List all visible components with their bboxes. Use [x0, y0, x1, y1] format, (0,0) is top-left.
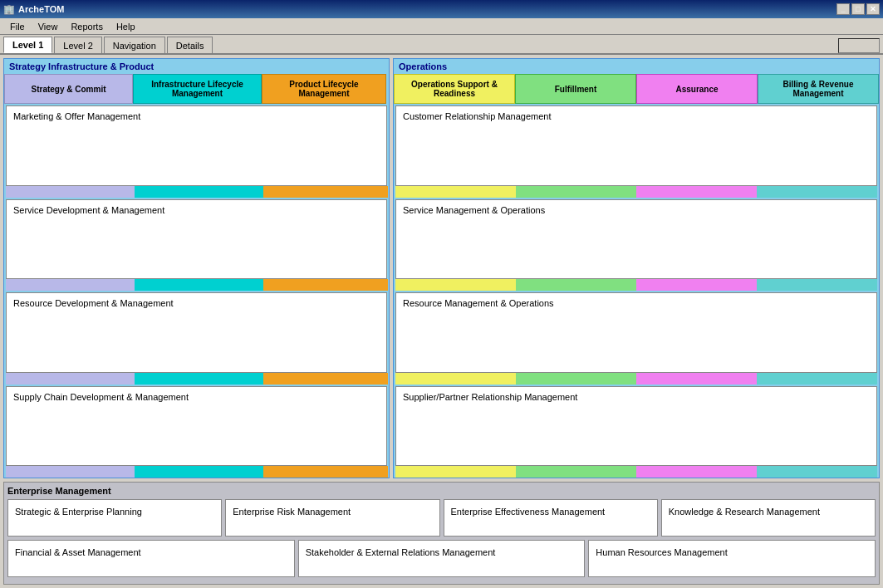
- strip-s2: [6, 279, 135, 291]
- menubar: File View Reports Help: [0, 18, 883, 35]
- bottom-box-6[interactable]: Stakeholder & External Relations Managem…: [298, 540, 586, 577]
- bottom-box-7[interactable]: Human Resources Management: [588, 540, 876, 577]
- app-icon: 🏢: [3, 4, 15, 15]
- menu-view[interactable]: View: [32, 20, 65, 33]
- bottom-box-3[interactable]: Enterprise Effectiveness Management: [444, 499, 658, 537]
- maximize-button[interactable]: □: [851, 3, 865, 15]
- strip-p1: [263, 186, 388, 198]
- left-panel-header: Strategy Infrastructure & Product: [4, 59, 389, 74]
- col-infra: Infrastructure Lifecycle Management: [133, 74, 262, 104]
- right-box-1[interactable]: Customer Relationship Management: [395, 105, 877, 186]
- right-box-4[interactable]: Supplier/Partner Relationship Management: [395, 386, 877, 467]
- strip-o1: [395, 186, 516, 198]
- left-row-2: Service Development & Management: [4, 198, 389, 292]
- left-strip-2: [6, 279, 387, 291]
- strip-p2: [263, 279, 388, 291]
- right-row-3: Resource Management & Operations: [394, 291, 879, 385]
- right-box-3[interactable]: Resource Management & Operations: [395, 292, 877, 373]
- tabbar: Level 1 Level 2 Navigation Details: [0, 35, 883, 55]
- strip-b4: [757, 466, 877, 478]
- strip-o3: [395, 373, 516, 385]
- left-strip-1: [6, 186, 387, 198]
- close-button[interactable]: ✕: [866, 3, 880, 15]
- left-row-3: Resource Development & Management: [4, 291, 389, 385]
- tab-navigation[interactable]: Navigation: [104, 37, 165, 53]
- strip-s4: [6, 466, 135, 478]
- right-col-headers: Operations Support & Readiness Fulfillme…: [394, 74, 879, 104]
- bottom-panel-header: Enterprise Management: [7, 486, 876, 496]
- menu-help[interactable]: Help: [110, 20, 142, 33]
- strip-f1: [516, 186, 636, 198]
- strip-b2: [757, 279, 877, 291]
- left-panel: Strategy Infrastructure & Product Strate…: [3, 58, 390, 478]
- strip-b3: [757, 373, 877, 385]
- bottom-box-2[interactable]: Enterprise Risk Management: [225, 499, 439, 537]
- strip-i3: [135, 373, 263, 385]
- strip-s3: [6, 373, 135, 385]
- bottom-row-2: Financial & Asset Management Stakeholder…: [7, 540, 876, 577]
- right-strip-1: [395, 186, 877, 198]
- left-box-1[interactable]: Marketing & Offer Management: [6, 105, 387, 186]
- strip-f4: [516, 466, 636, 478]
- strip-a2: [636, 279, 757, 291]
- right-row-4: Supplier/Partner Relationship Management: [394, 385, 879, 478]
- col-billing: Billing & Revenue Management: [758, 74, 879, 104]
- left-strip-4: [6, 466, 387, 478]
- minimize-button[interactable]: _: [836, 3, 850, 15]
- right-strip-3: [395, 373, 877, 385]
- bottom-row-1: Strategic & Enterprise Planning Enterpri…: [7, 499, 876, 537]
- strip-o4: [395, 466, 516, 478]
- col-product: Product Lifecycle Management: [262, 74, 386, 104]
- right-strip-2: [395, 279, 877, 291]
- strip-o2: [395, 279, 516, 291]
- col-assurance: Assurance: [636, 74, 758, 104]
- menu-reports[interactable]: Reports: [64, 20, 110, 33]
- right-panel-header: Operations: [394, 59, 879, 74]
- titlebar: 🏢 ArcheTOM _ □ ✕: [0, 0, 883, 18]
- strip-i1: [135, 186, 263, 198]
- strip-s1: [6, 186, 135, 198]
- tab-details[interactable]: Details: [167, 37, 213, 53]
- left-row-1: Marketing & Offer Management: [4, 104, 389, 198]
- left-strip-3: [6, 373, 387, 385]
- bottom-box-4[interactable]: Knowledge & Research Management: [661, 499, 876, 537]
- strip-i4: [135, 466, 263, 478]
- col-ops-support: Operations Support & Readiness: [394, 74, 515, 104]
- right-box-2[interactable]: Service Management & Operations: [395, 199, 877, 280]
- top-section: Strategy Infrastructure & Product Strate…: [3, 58, 880, 478]
- bottom-section: Enterprise Management Strategic & Enterp…: [3, 482, 880, 585]
- strip-f3: [516, 373, 636, 385]
- strip-a1: [636, 186, 757, 198]
- main-content: Strategy Infrastructure & Product Strate…: [0, 55, 883, 588]
- tab-level2[interactable]: Level 2: [54, 37, 101, 53]
- right-row-1: Customer Relationship Management: [394, 104, 879, 198]
- left-box-3[interactable]: Resource Development & Management: [6, 292, 387, 373]
- strip-b1: [757, 186, 877, 198]
- left-box-4[interactable]: Supply Chain Development & Management: [6, 386, 387, 467]
- window-controls[interactable]: _ □ ✕: [836, 3, 880, 15]
- window-title: ArcheTOM: [18, 4, 64, 14]
- strip-a3: [636, 373, 757, 385]
- nav-area: [838, 38, 880, 53]
- strip-i2: [135, 279, 263, 291]
- left-row-4: Supply Chain Development & Management: [4, 385, 389, 478]
- strip-p4: [263, 466, 388, 478]
- strip-p3: [263, 373, 388, 385]
- bottom-box-5[interactable]: Financial & Asset Management: [7, 540, 295, 577]
- bottom-box-1[interactable]: Strategic & Enterprise Planning: [7, 499, 222, 537]
- col-strategy: Strategy & Commit: [4, 74, 133, 104]
- tab-level1[interactable]: Level 1: [3, 37, 52, 53]
- col-fulfillment: Fulfillment: [515, 74, 636, 104]
- strip-f2: [516, 279, 636, 291]
- menu-file[interactable]: File: [3, 20, 32, 33]
- left-box-2[interactable]: Service Development & Management: [6, 199, 387, 280]
- left-col-headers: Strategy & Commit Infrastructure Lifecyc…: [4, 74, 389, 104]
- right-strip-4: [395, 466, 877, 478]
- right-panel: Operations Operations Support & Readines…: [393, 58, 880, 478]
- strip-a4: [636, 466, 757, 478]
- right-row-2: Service Management & Operations: [394, 198, 879, 292]
